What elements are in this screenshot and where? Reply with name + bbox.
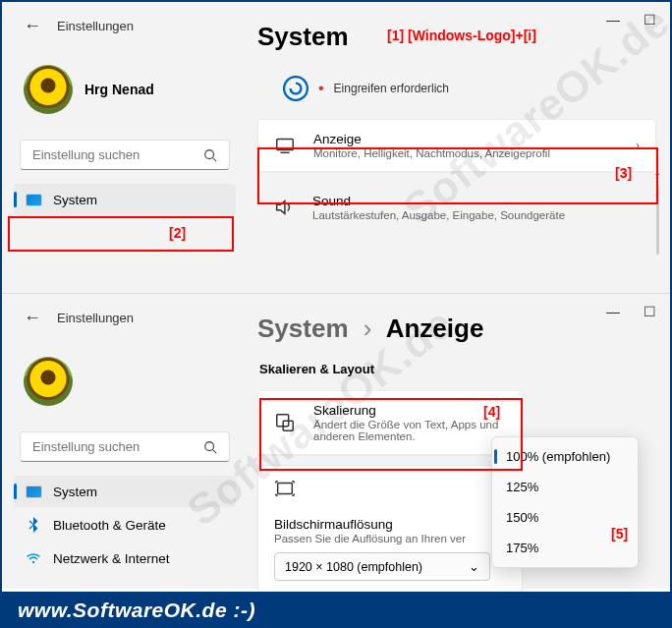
resolution-select[interactable]: 1920 × 1080 (empfohlen) ⌄ (274, 552, 490, 581)
chevron-down-icon: ⌄ (469, 559, 479, 574)
card-subtitle: Monitore, Helligkeit, Nachtmodus, Anzeig… (313, 147, 618, 159)
sidebar-item-system[interactable]: System (14, 184, 236, 215)
resolution-icon (274, 478, 296, 499)
sidebar-item-label: Bluetooth & Geräte (53, 518, 166, 533)
search-icon (203, 440, 217, 454)
svg-rect-10 (278, 484, 293, 494)
search-box[interactable] (20, 431, 230, 462)
status-text: Eingreifen erforderlich (334, 82, 449, 95)
card-subtitle: Passen Sie die Auflösung an Ihren ver (274, 533, 506, 544)
user-profile[interactable]: Hrg Nenad (24, 65, 236, 114)
chevron-right-icon: › (636, 139, 640, 152)
svg-line-6 (213, 449, 217, 453)
display-icon (274, 135, 296, 156)
card-sound[interactable]: Sound Lautstärkestufen, Ausgabe, Eingabe… (257, 182, 656, 233)
section-heading: Skalieren & Layout (259, 362, 656, 376)
card-subtitle: Lautstärkestufen, Ausgabe, Eingabe, Soun… (312, 209, 641, 221)
card-subtitle: Ändert die Größe von Text, Apps und ande… (313, 419, 506, 442)
sound-icon (273, 197, 295, 218)
sidebar-item-system[interactable]: System (14, 476, 236, 507)
search-input[interactable] (32, 147, 203, 162)
user-profile[interactable] (24, 357, 236, 406)
back-button[interactable]: ← (24, 308, 41, 328)
card-title: Bildschirmauflösung (274, 517, 506, 532)
search-box[interactable] (20, 140, 230, 170)
chevron-right-icon: › (364, 314, 372, 343)
avatar (24, 65, 73, 114)
sidebar-item-label: Netzwerk & Internet (53, 551, 170, 566)
svg-point-5 (205, 441, 214, 450)
dropdown-item[interactable]: 150% (492, 502, 638, 533)
card-resolution[interactable]: Bildschirmauflösung Passen Sie die Auflö… (257, 465, 523, 594)
wifi-icon (26, 550, 41, 566)
crumb-current: Anzeige (386, 314, 484, 343)
sidebar-item-bluetooth[interactable]: Bluetooth & Geräte (14, 509, 236, 541)
avatar (24, 357, 73, 406)
status-row: • Eingreifen erforderlich (283, 76, 656, 101)
username: Hrg Nenad (84, 82, 154, 97)
crumb-parent[interactable]: System (257, 314, 349, 343)
card-scaling[interactable]: Skalierung Ändert die Größe von Text, Ap… (257, 390, 523, 455)
header-label: Einstellungen (57, 311, 134, 325)
card-title: Anzeige (313, 132, 618, 146)
sidebar-item-label: System (53, 485, 97, 499)
back-button[interactable]: ← (24, 16, 41, 36)
annotation-box-2 (8, 216, 234, 252)
search-input[interactable] (32, 439, 203, 454)
sidebar-item-network[interactable]: Netzwerk & Internet (14, 542, 236, 574)
system-icon (26, 192, 41, 207)
select-value: 1920 × 1080 (empfohlen) (285, 560, 422, 574)
page-title: System (257, 22, 656, 52)
svg-rect-3 (277, 140, 294, 150)
dropdown-item[interactable]: 100% (empfohlen) (492, 441, 638, 472)
bluetooth-icon (26, 517, 41, 533)
status-icon (283, 76, 308, 101)
card-title: Sound (312, 194, 641, 208)
search-icon (203, 148, 217, 162)
scaling-dropdown[interactable]: 100% (empfohlen) 125% 150% 175% (491, 436, 639, 568)
footer: www.SoftwareOK.de :-) (0, 592, 672, 628)
card-display[interactable]: Anzeige Monitore, Helligkeit, Nachtmodus… (257, 119, 656, 172)
dropdown-item[interactable]: 125% (492, 472, 638, 502)
scaling-icon (274, 412, 296, 433)
svg-line-1 (213, 157, 217, 161)
svg-point-2 (284, 77, 308, 100)
breadcrumb: System › Anzeige (257, 314, 656, 344)
sidebar-item-label: System (53, 193, 97, 207)
svg-point-0 (205, 149, 214, 158)
dropdown-item[interactable]: 175% (492, 533, 638, 563)
svg-point-7 (32, 561, 34, 563)
system-icon (26, 484, 41, 499)
header-label: Einstellungen (57, 19, 134, 33)
card-title: Skalierung (313, 403, 506, 418)
annotation-2: [2] (169, 225, 186, 241)
